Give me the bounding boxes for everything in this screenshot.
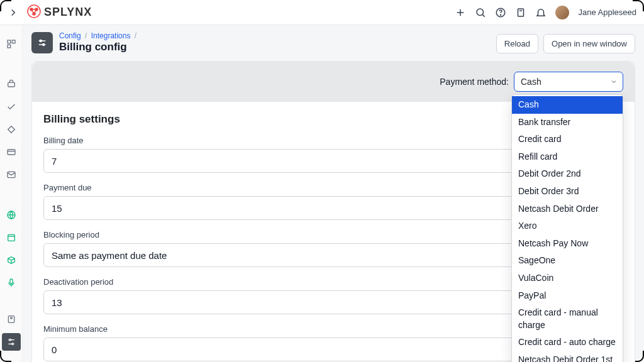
topbar: SPLYNX Jane Appleseed <box>0 0 644 25</box>
payment-method-selected: Cash <box>521 77 541 87</box>
svg-line-27 <box>8 258 11 260</box>
logo-mark-icon <box>26 4 42 21</box>
sidebar-item-tickets[interactable] <box>2 121 21 138</box>
payment-method-option[interactable]: Credit card - manual charge <box>512 304 623 334</box>
svg-point-37 <box>11 343 13 345</box>
svg-rect-17 <box>12 40 15 43</box>
payment-method-dropdown[interactable]: CashBank transferCredit cardRefill cardD… <box>511 94 623 362</box>
sidebar-item-inventory[interactable] <box>2 251 21 269</box>
breadcrumb-config[interactable]: Config <box>59 31 81 40</box>
payment-method-option[interactable]: PayPal <box>512 287 623 305</box>
payment-method-label: Payment method: <box>440 77 509 87</box>
payment-method-option[interactable]: Netcash Debit Order <box>512 200 623 218</box>
payment-method-option[interactable]: Credit card - auto charge <box>512 334 623 351</box>
sidebar-item-network[interactable] <box>2 206 21 224</box>
payment-method-option[interactable]: Debit Order 3rd <box>512 183 623 200</box>
svg-point-12 <box>501 14 501 15</box>
breadcrumb-integrations[interactable]: Integrations <box>91 31 131 40</box>
search-icon[interactable] <box>475 7 486 18</box>
payment-method-option[interactable]: Bank transfer <box>512 114 623 131</box>
chevron-down-icon <box>610 78 618 85</box>
sidebar-item-admin[interactable] <box>2 310 21 328</box>
svg-line-10 <box>483 14 485 16</box>
payment-method-option[interactable]: Refill card <box>512 148 623 166</box>
content: Config / Integrations / Billing config R… <box>23 25 644 362</box>
payment-method-option[interactable]: Debit Order 2nd <box>512 165 623 183</box>
page-title: Billing config <box>59 41 138 53</box>
svg-rect-19 <box>8 82 14 87</box>
svg-point-33 <box>10 317 12 319</box>
sidebar-item-voice[interactable] <box>2 274 21 292</box>
payment-method-option[interactable]: VulaCoin <box>512 270 623 287</box>
svg-rect-20 <box>8 150 15 155</box>
svg-rect-13 <box>518 9 524 16</box>
sidebar <box>0 25 23 362</box>
svg-point-9 <box>477 9 484 16</box>
sidebar-item-scheduling[interactable] <box>2 229 21 246</box>
payment-method-option[interactable]: Credit card <box>512 131 623 148</box>
sidebar-item-finance[interactable] <box>2 143 21 161</box>
svg-line-28 <box>11 258 14 260</box>
payment-method-option[interactable]: Cash <box>512 96 623 114</box>
sidebar-item-config[interactable] <box>2 333 21 351</box>
reload-button[interactable]: Reload <box>496 34 538 53</box>
payment-method-option[interactable]: SageOne <box>512 252 623 270</box>
brand-logo: SPLYNX <box>26 4 92 21</box>
user-name[interactable]: Jane Appleseed <box>578 8 636 17</box>
sidebar-item-dashboard[interactable] <box>2 35 21 53</box>
brand-name: SPLYNX <box>44 6 92 19</box>
plus-icon[interactable] <box>455 7 466 18</box>
sidebar-item-crm[interactable] <box>2 98 21 116</box>
bell-icon[interactable] <box>535 7 547 18</box>
sidebar-item-messages[interactable] <box>2 166 21 184</box>
billing-card: Payment method: Cash CashBank transferCr… <box>31 61 635 362</box>
svg-rect-30 <box>10 279 13 283</box>
docs-icon[interactable] <box>515 7 526 18</box>
svg-rect-25 <box>8 234 14 241</box>
breadcrumb: Config / Integrations / <box>59 31 138 40</box>
help-icon[interactable] <box>495 7 506 18</box>
payment-method-option[interactable]: Xero <box>512 217 623 235</box>
sliders-icon <box>31 32 53 53</box>
payment-method-option[interactable]: Netcash Pay Now <box>512 235 623 253</box>
svg-point-0 <box>28 5 40 18</box>
svg-rect-18 <box>8 45 11 48</box>
payment-method-option[interactable]: Netcash Debit Order 1st <box>512 351 623 362</box>
svg-point-35 <box>9 339 11 341</box>
sidebar-item-tariffs[interactable] <box>2 75 21 93</box>
open-new-window-button[interactable]: Open in new window <box>543 34 635 53</box>
avatar[interactable] <box>555 6 569 19</box>
payment-method-select[interactable]: Cash <box>514 72 623 92</box>
svg-rect-16 <box>8 40 11 43</box>
